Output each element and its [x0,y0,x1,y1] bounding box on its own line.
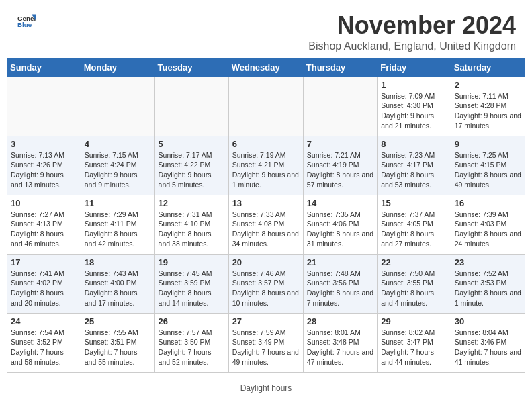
day-info: Sunrise: 7:25 AM Sunset: 4:15 PM Dayligh… [455,150,521,190]
day-cell: 23Sunrise: 7:52 AM Sunset: 3:53 PM Dayli… [451,254,525,313]
day-number: 12 [159,198,225,208]
day-cell: 25Sunrise: 7:55 AM Sunset: 3:51 PM Dayli… [81,313,154,372]
day-info: Sunrise: 7:54 AM Sunset: 3:52 PM Dayligh… [11,328,77,367]
day-cell: 17Sunrise: 7:41 AM Sunset: 4:02 PM Dayli… [7,254,81,313]
day-cell: 28Sunrise: 8:01 AM Sunset: 3:48 PM Dayli… [303,313,377,372]
footer-note: Daylight hours [0,379,532,398]
location: Bishop Auckland, England, United Kingdom [308,40,516,52]
day-info: Sunrise: 7:39 AM Sunset: 4:03 PM Dayligh… [455,210,521,249]
day-number: 1 [381,80,447,90]
day-number: 9 [455,139,521,149]
day-number: 6 [232,139,300,149]
day-number: 28 [307,316,373,326]
page-header: General Blue November 2024 Bishop Auckla… [0,0,532,58]
svg-text:Blue: Blue [17,21,32,28]
day-info: Sunrise: 7:15 AM Sunset: 4:24 PM Dayligh… [85,150,151,190]
day-info: Sunrise: 7:33 AM Sunset: 4:08 PM Dayligh… [232,210,300,249]
day-info: Sunrise: 7:11 AM Sunset: 4:28 PM Dayligh… [455,91,521,131]
week-row-1: 1Sunrise: 7:09 AM Sunset: 4:30 PM Daylig… [7,77,525,136]
title-block: November 2024 Bishop Auckland, England, … [308,12,516,52]
day-info: Sunrise: 7:45 AM Sunset: 3:59 PM Dayligh… [159,269,225,308]
day-info: Sunrise: 7:27 AM Sunset: 4:13 PM Dayligh… [11,210,77,249]
calendar-header: SundayMondayTuesdayWednesdayThursdayFrid… [7,58,525,77]
day-info: Sunrise: 7:41 AM Sunset: 4:02 PM Dayligh… [11,269,77,308]
day-of-week-sunday: Sunday [7,58,81,77]
day-number: 16 [455,198,521,208]
day-info: Sunrise: 7:19 AM Sunset: 4:21 PM Dayligh… [232,150,300,190]
day-info: Sunrise: 7:29 AM Sunset: 4:11 PM Dayligh… [85,210,151,249]
day-of-week-wednesday: Wednesday [228,58,303,77]
day-cell: 18Sunrise: 7:43 AM Sunset: 4:00 PM Dayli… [81,254,154,313]
day-info: Sunrise: 7:35 AM Sunset: 4:06 PM Dayligh… [307,210,373,249]
day-cell: 4Sunrise: 7:15 AM Sunset: 4:24 PM Daylig… [81,136,154,195]
day-info: Sunrise: 7:57 AM Sunset: 3:50 PM Dayligh… [159,328,225,367]
day-info: Sunrise: 7:55 AM Sunset: 3:51 PM Dayligh… [85,328,151,367]
day-of-week-friday: Friday [378,58,451,77]
day-info: Sunrise: 8:01 AM Sunset: 3:48 PM Dayligh… [307,328,373,367]
day-of-week-thursday: Thursday [303,58,377,77]
day-info: Sunrise: 8:04 AM Sunset: 3:46 PM Dayligh… [455,328,521,367]
day-number: 15 [381,198,447,208]
day-cell: 5Sunrise: 7:17 AM Sunset: 4:22 PM Daylig… [154,136,228,195]
day-info: Sunrise: 7:46 AM Sunset: 3:57 PM Dayligh… [232,269,300,308]
day-number: 22 [381,257,447,267]
day-cell [81,77,154,136]
week-row-3: 10Sunrise: 7:27 AM Sunset: 4:13 PM Dayli… [7,195,525,254]
day-cell: 8Sunrise: 7:23 AM Sunset: 4:17 PM Daylig… [378,136,451,195]
day-cell: 21Sunrise: 7:48 AM Sunset: 3:56 PM Dayli… [303,254,377,313]
day-number: 3 [11,139,77,149]
day-number: 25 [85,316,151,326]
day-info: Sunrise: 8:02 AM Sunset: 3:47 PM Dayligh… [381,328,447,367]
day-cell: 10Sunrise: 7:27 AM Sunset: 4:13 PM Dayli… [7,195,81,254]
day-cell: 24Sunrise: 7:54 AM Sunset: 3:52 PM Dayli… [7,313,81,372]
day-info: Sunrise: 7:43 AM Sunset: 4:00 PM Dayligh… [85,269,151,308]
calendar-wrap: SundayMondayTuesdayWednesdayThursdayFrid… [0,58,532,379]
header-row: SundayMondayTuesdayWednesdayThursdayFrid… [7,58,525,77]
day-number: 29 [381,316,447,326]
logo: General Blue [16,12,36,34]
day-info: Sunrise: 7:52 AM Sunset: 3:53 PM Dayligh… [455,269,521,308]
day-info: Sunrise: 7:23 AM Sunset: 4:17 PM Dayligh… [381,150,447,190]
day-cell: 20Sunrise: 7:46 AM Sunset: 3:57 PM Dayli… [228,254,303,313]
calendar-body: 1Sunrise: 7:09 AM Sunset: 4:30 PM Daylig… [7,77,525,372]
day-info: Sunrise: 7:48 AM Sunset: 3:56 PM Dayligh… [307,269,373,308]
week-row-5: 24Sunrise: 7:54 AM Sunset: 3:52 PM Dayli… [7,313,525,372]
day-cell: 29Sunrise: 8:02 AM Sunset: 3:47 PM Dayli… [378,313,451,372]
day-number: 18 [85,257,151,267]
week-row-2: 3Sunrise: 7:13 AM Sunset: 4:26 PM Daylig… [7,136,525,195]
day-number: 10 [11,198,77,208]
day-number: 8 [381,139,447,149]
day-cell: 22Sunrise: 7:50 AM Sunset: 3:55 PM Dayli… [378,254,451,313]
day-cell: 16Sunrise: 7:39 AM Sunset: 4:03 PM Dayli… [451,195,525,254]
day-cell: 13Sunrise: 7:33 AM Sunset: 4:08 PM Dayli… [228,195,303,254]
day-cell: 15Sunrise: 7:37 AM Sunset: 4:05 PM Dayli… [378,195,451,254]
day-cell: 2Sunrise: 7:11 AM Sunset: 4:28 PM Daylig… [451,77,525,136]
week-row-4: 17Sunrise: 7:41 AM Sunset: 4:02 PM Dayli… [7,254,525,313]
day-number: 7 [307,139,373,149]
day-number: 21 [307,257,373,267]
logo-icon: General Blue [17,12,36,31]
day-cell: 30Sunrise: 8:04 AM Sunset: 3:46 PM Dayli… [451,313,525,372]
day-info: Sunrise: 7:31 AM Sunset: 4:10 PM Dayligh… [159,210,225,249]
day-number: 17 [11,257,77,267]
day-cell [7,77,81,136]
day-number: 11 [85,198,151,208]
month-title: November 2024 [308,12,516,39]
day-cell: 27Sunrise: 7:59 AM Sunset: 3:49 PM Dayli… [228,313,303,372]
day-number: 23 [455,257,521,267]
day-info: Sunrise: 7:13 AM Sunset: 4:26 PM Dayligh… [11,150,77,190]
day-cell: 1Sunrise: 7:09 AM Sunset: 4:30 PM Daylig… [378,77,451,136]
day-of-week-tuesday: Tuesday [154,58,228,77]
day-number: 4 [85,139,151,149]
day-cell: 3Sunrise: 7:13 AM Sunset: 4:26 PM Daylig… [7,136,81,195]
day-cell: 7Sunrise: 7:21 AM Sunset: 4:19 PM Daylig… [303,136,377,195]
day-cell: 19Sunrise: 7:45 AM Sunset: 3:59 PM Dayli… [154,254,228,313]
day-number: 2 [455,80,521,90]
day-number: 13 [232,198,300,208]
day-number: 30 [455,316,521,326]
day-cell [154,77,228,136]
calendar-table: SundayMondayTuesdayWednesdayThursdayFrid… [7,58,525,373]
day-info: Sunrise: 7:37 AM Sunset: 4:05 PM Dayligh… [381,210,447,249]
day-info: Sunrise: 7:21 AM Sunset: 4:19 PM Dayligh… [307,150,373,190]
day-cell: 12Sunrise: 7:31 AM Sunset: 4:10 PM Dayli… [154,195,228,254]
